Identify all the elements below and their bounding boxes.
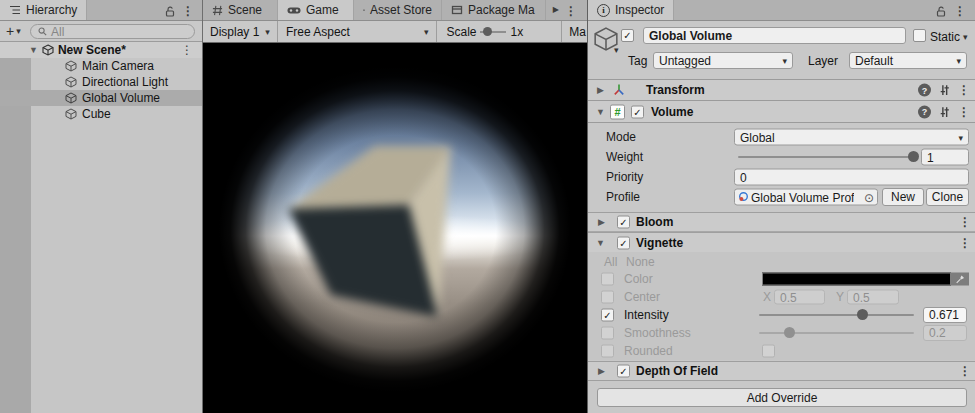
center-override-checkbox[interactable] xyxy=(601,291,614,304)
lock-icon[interactable] xyxy=(935,5,947,17)
priority-value: 0 xyxy=(740,170,747,184)
foldout-icon[interactable]: ▶ xyxy=(598,366,605,376)
override-menu-icon[interactable]: ⋮ xyxy=(959,364,971,378)
rounded-value-checkbox[interactable] xyxy=(762,345,775,358)
presets-icon[interactable] xyxy=(938,84,951,97)
add-override-button[interactable]: Add Override xyxy=(597,388,967,407)
presets-icon[interactable] xyxy=(938,105,951,118)
inspector-tabbar: i Inspector ⋮ xyxy=(588,0,975,21)
object-picker-icon[interactable]: ⊙ xyxy=(864,190,874,204)
profile-value: Global Volume Prof xyxy=(751,190,854,204)
eyedropper-button[interactable] xyxy=(951,273,969,286)
profile-object-field[interactable]: Global Volume Prof ⊙ xyxy=(734,189,878,206)
hierarchy-menu-icon[interactable]: ⋮ xyxy=(182,4,194,18)
slider-handle[interactable] xyxy=(857,309,868,320)
weight-field[interactable]: 1 xyxy=(921,149,969,166)
slider-handle[interactable] xyxy=(908,151,919,162)
active-checkbox[interactable]: ✓ xyxy=(621,29,634,42)
scene-menu-icon[interactable]: ⋮ xyxy=(181,43,193,57)
gameobject-cube-icon xyxy=(65,60,77,72)
hierarchy-search-input[interactable]: All xyxy=(30,24,195,39)
tab-scene[interactable]: Scene xyxy=(203,0,278,20)
override-menu-icon[interactable]: ⋮ xyxy=(959,236,971,250)
hierarchy-item-directional-light[interactable]: Directional Light xyxy=(0,74,202,90)
scene-row[interactable]: ▼ New Scene* ⋮ xyxy=(0,42,202,58)
intensity-override-checkbox[interactable]: ✓ xyxy=(601,309,614,322)
override-menu-icon[interactable]: ⋮ xyxy=(959,215,971,229)
smoothness-slider[interactable] xyxy=(759,324,914,342)
tab-asset-store[interactable]: Asset Store xyxy=(354,0,442,20)
component-menu-icon[interactable]: ⋮ xyxy=(958,105,970,119)
inspector-menu-icon[interactable]: ⋮ xyxy=(954,4,966,18)
hierarchy-item-main-camera[interactable]: Main Camera xyxy=(0,58,202,74)
clone-button[interactable]: Clone xyxy=(926,188,969,206)
tab-package-manager[interactable]: Package Ma xyxy=(442,0,546,20)
slider-track xyxy=(738,156,914,158)
bloom-enabled-checkbox[interactable]: ✓ xyxy=(617,216,630,229)
hierarchy-item-global-volume[interactable]: Global Volume xyxy=(0,90,202,106)
game-viewport[interactable] xyxy=(203,43,587,413)
tab-hierarchy[interactable]: Hierarchy xyxy=(0,0,87,20)
volume-header[interactable]: ▼ # ✓ Volume ? ⋮ xyxy=(588,101,975,123)
create-button[interactable]: + xyxy=(6,23,14,39)
color-swatch[interactable] xyxy=(762,273,951,286)
display-dropdown[interactable]: Display 1 xyxy=(210,25,259,39)
help-icon[interactable]: ? xyxy=(918,84,931,97)
check-icon: ✓ xyxy=(619,366,627,377)
mode-dropdown[interactable]: Global▾ xyxy=(734,129,969,146)
game-toolbar: Display 1 ▾ Free Aspect ▾ Scale 1x Ma xyxy=(203,21,587,43)
maximize-on-play-toggle[interactable]: Ma xyxy=(569,25,586,39)
item-label: Directional Light xyxy=(82,75,168,89)
weight-slider[interactable] xyxy=(738,148,914,166)
layer-dropdown[interactable]: Default▾ xyxy=(849,52,967,69)
slider-track xyxy=(759,332,914,334)
smoothness-row: Smoothness 0.2 xyxy=(588,324,975,342)
intensity-field[interactable]: 0.671 xyxy=(923,307,967,323)
slider-handle[interactable] xyxy=(784,327,795,338)
tab-inspector-label: Inspector xyxy=(615,3,664,17)
scale-slider-handle[interactable] xyxy=(483,27,492,36)
vignette-header[interactable]: ▼ ✓ Vignette ⋮ xyxy=(588,232,975,252)
priority-field[interactable]: 0 xyxy=(734,169,969,186)
all-button[interactable]: All xyxy=(604,255,617,269)
intensity-slider[interactable] xyxy=(759,306,914,324)
tab-game[interactable]: Game xyxy=(278,0,354,20)
foldout-icon[interactable]: ▼ xyxy=(596,238,605,248)
gamepad-icon xyxy=(287,6,301,15)
scale-value: 1x xyxy=(510,25,523,39)
smoothness-field[interactable]: 0.2 xyxy=(923,325,967,341)
lock-icon[interactable] xyxy=(164,5,176,17)
game-menu-icon[interactable]: ⋮ xyxy=(565,4,577,18)
foldout-icon[interactable]: ▶ xyxy=(598,217,605,227)
foldout-icon[interactable]: ▶ xyxy=(597,85,604,95)
tag-dropdown[interactable]: Untagged▾ xyxy=(653,52,793,69)
bloom-header[interactable]: ▶ ✓ Bloom ⋮ xyxy=(588,212,975,232)
color-override-checkbox[interactable] xyxy=(601,273,614,286)
center-x-field[interactable]: 0.5 xyxy=(774,290,825,305)
dof-header[interactable]: ▶ ✓ Depth Of Field ⋮ xyxy=(588,361,975,381)
static-caret-icon[interactable]: ▾ xyxy=(963,32,968,42)
name-field[interactable]: Global Volume xyxy=(643,27,906,44)
volume-enabled-checkbox[interactable]: ✓ xyxy=(631,105,644,118)
tab-inspector[interactable]: i Inspector xyxy=(588,0,674,20)
foldout-icon[interactable]: ▼ xyxy=(596,107,605,117)
smoothness-override-checkbox[interactable] xyxy=(601,327,614,340)
hierarchy-item-cube[interactable]: Cube xyxy=(0,106,202,122)
search-icon xyxy=(37,26,48,37)
vignette-enabled-checkbox[interactable]: ✓ xyxy=(617,236,630,249)
component-menu-icon[interactable]: ⋮ xyxy=(958,83,970,97)
new-button[interactable]: New xyxy=(882,188,924,206)
transform-header[interactable]: ▶ Transform ? ⋮ xyxy=(588,79,975,101)
scale-slider[interactable] xyxy=(480,27,506,37)
center-y-field[interactable]: 0.5 xyxy=(847,290,899,305)
none-button[interactable]: None xyxy=(626,255,655,269)
rounded-override-checkbox[interactable] xyxy=(601,345,614,358)
tab-overflow-icon[interactable]: ▶ xyxy=(553,6,559,14)
static-checkbox[interactable] xyxy=(913,29,926,42)
dof-enabled-checkbox[interactable]: ✓ xyxy=(617,365,630,378)
aspect-dropdown[interactable]: Free Aspect xyxy=(286,25,350,39)
hash-glyph: # xyxy=(614,106,620,118)
help-icon[interactable]: ? xyxy=(918,105,931,118)
scene-foldout-icon[interactable]: ▼ xyxy=(29,45,38,55)
info-icon: i xyxy=(597,4,610,17)
